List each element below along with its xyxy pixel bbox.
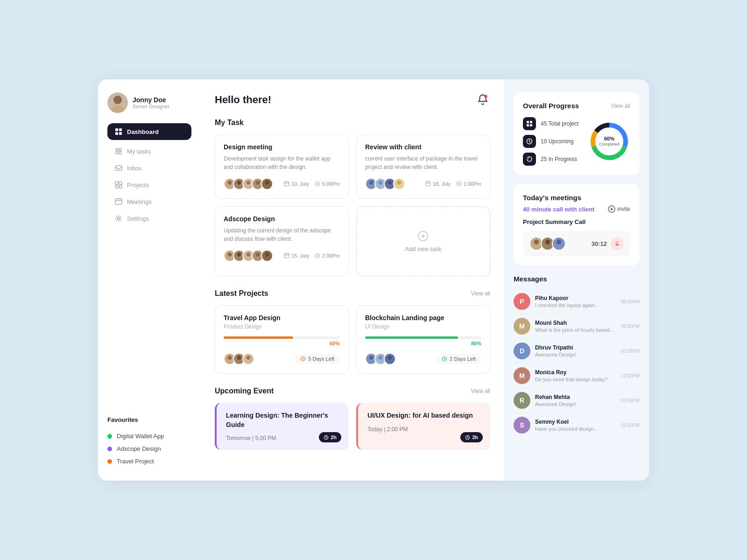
message-item-monica[interactable]: M Monica Roy Do you need that design tod…	[514, 364, 640, 388]
fav-label-digital-wallet: Digital Wallet App	[117, 433, 164, 440]
svg-point-42	[237, 252, 241, 256]
svg-point-24	[256, 181, 260, 184]
profile-name: Jonny Doe	[133, 96, 169, 104]
svg-point-49	[264, 258, 270, 261]
messages-title: Messages	[514, 275, 640, 283]
fav-item-adscope[interactable]: Adscope Design	[107, 442, 191, 455]
latest-projects-view-all[interactable]: View all	[471, 290, 490, 297]
svg-rect-13	[115, 185, 118, 188]
svg-point-48	[265, 252, 269, 256]
svg-point-61	[368, 361, 374, 364]
svg-rect-50	[284, 254, 289, 258]
main-content: Hello there! My Task Design meeting Deve…	[201, 79, 504, 481]
task-meta-design-meeting: 10, July 5:00Pm	[284, 181, 340, 187]
clock-icon	[300, 356, 306, 362]
sidebar-item-projects[interactable]: Projects	[107, 176, 191, 193]
svg-rect-28	[284, 182, 289, 186]
tasks-icon	[115, 147, 122, 155]
projects-label: Projects	[127, 182, 149, 189]
events-grid: Learning Design: The Beginner's Guide To…	[215, 403, 490, 450]
progress-fill-travel	[224, 336, 293, 339]
notification-bell[interactable]	[475, 92, 490, 107]
meeting-call-label: 40 minute call with client	[523, 206, 594, 213]
avatar-sm	[261, 178, 273, 190]
fav-item-travel[interactable]: Travel Project	[107, 455, 191, 468]
svg-point-82	[545, 239, 550, 244]
message-item-semmy[interactable]: S Semmy Koel Have you checked design... …	[514, 413, 640, 437]
msg-time: 12:00PM	[621, 373, 640, 378]
project-summary-label: Project Summary Call	[523, 218, 630, 225]
avatar-sm	[552, 237, 566, 251]
days-left-label-blockchain: 2 Days Left	[450, 356, 476, 362]
msg-preview: Have you checked design...	[535, 426, 616, 432]
msg-time: 02:00PM	[621, 423, 640, 428]
meetings-label: Meetings	[127, 198, 152, 205]
sidebar-item-my-tasks[interactable]: My tasks	[107, 143, 191, 160]
clock-icon	[442, 356, 447, 362]
svg-point-18	[228, 181, 232, 184]
end-call-button[interactable]	[611, 237, 624, 250]
upcoming-event-view-all[interactable]: View all	[471, 388, 490, 394]
sidebar-item-meetings[interactable]: Meetings	[107, 193, 191, 210]
right-panel: Overall Progress View all	[504, 79, 649, 481]
my-tasks-label: My tasks	[127, 148, 151, 155]
sidebar-item-settings[interactable]: Settings	[107, 210, 191, 227]
overall-progress-view-all[interactable]: View all	[611, 103, 630, 109]
add-task-label: Add new task	[405, 245, 441, 252]
svg-point-43	[236, 258, 242, 261]
avatar: S	[514, 417, 530, 434]
svg-rect-7	[119, 148, 121, 151]
project-card-blockchain: Blockchain Landing page UI Design 80%	[356, 305, 490, 374]
svg-point-0	[113, 96, 122, 104]
svg-point-55	[237, 356, 241, 359]
message-item-dhruv[interactable]: D Dhruv Tripathi Awesome Design! 03:58PM	[514, 339, 640, 364]
fav-dot-green	[107, 434, 112, 439]
my-task-title: My Task	[215, 119, 490, 127]
task-avatars-adscope	[224, 250, 273, 262]
svg-point-81	[532, 245, 540, 250]
svg-point-21	[236, 186, 242, 189]
msg-time: 03:58PM	[621, 349, 640, 354]
svg-point-56	[236, 361, 242, 364]
msg-time: 08:00AM	[621, 299, 640, 304]
greeting: Hello there!	[215, 94, 271, 106]
svg-point-44	[247, 252, 250, 256]
overall-progress-widget: Overall Progress View all	[514, 92, 640, 175]
task-title-design-meeting: Design meeting	[224, 143, 340, 151]
donut-chart: 60% Completed	[588, 120, 630, 162]
project-title-blockchain: Blockchain Landing page	[365, 314, 481, 322]
upcoming-event-title: Upcoming Event	[215, 387, 274, 395]
svg-point-80	[534, 239, 539, 244]
invite-button[interactable]: invite	[608, 205, 630, 213]
donut-percent: 60%	[599, 136, 620, 142]
add-task-card[interactable]: Add new task	[356, 206, 490, 276]
task-desc-design-meeting: Development task assign for the wallet a…	[224, 154, 340, 171]
avatar: D	[514, 343, 530, 359]
progress-fill-blockchain	[365, 336, 458, 339]
sidebar-item-inbox[interactable]: Inbox	[107, 160, 191, 176]
message-item-pihu[interactable]: P Pihu Kapoor I checked the layout again…	[514, 289, 640, 314]
avatar: M	[514, 367, 530, 384]
svg-point-62	[379, 356, 382, 359]
favourites-section: Favourites Digital Wallet App Adscope De…	[107, 416, 191, 468]
svg-point-27	[264, 186, 270, 189]
svg-rect-8	[116, 152, 118, 154]
sidebar-item-dashboard[interactable]: Dashboard	[107, 123, 191, 140]
svg-point-84	[557, 239, 561, 244]
fav-item-digital-wallet[interactable]: Digital Wallet App	[107, 430, 191, 442]
message-item-mouni[interactable]: M Mouni Shah What is the price of hourly…	[514, 314, 640, 339]
msg-name: Pihu Kapoor	[535, 295, 616, 301]
task-time-review-client: 1:00Pm	[464, 181, 481, 187]
task-date-adscope: 15, July	[291, 253, 309, 259]
sidebar: Jonny Doe Senoir Designer Dashboard	[98, 79, 201, 481]
svg-point-60	[369, 356, 373, 359]
svg-point-47	[254, 258, 261, 261]
svg-rect-5	[119, 132, 122, 135]
message-item-rehan[interactable]: R Rehan Mehta Awesome Design! 03:58PM	[514, 388, 640, 413]
task-date-review-client: 18, July	[433, 181, 451, 187]
inbox-icon	[115, 164, 122, 172]
add-task-icon	[417, 231, 429, 242]
msg-preview: I checked the layout again.	[535, 302, 616, 308]
svg-point-16	[118, 217, 120, 220]
meetings-icon	[115, 198, 122, 205]
